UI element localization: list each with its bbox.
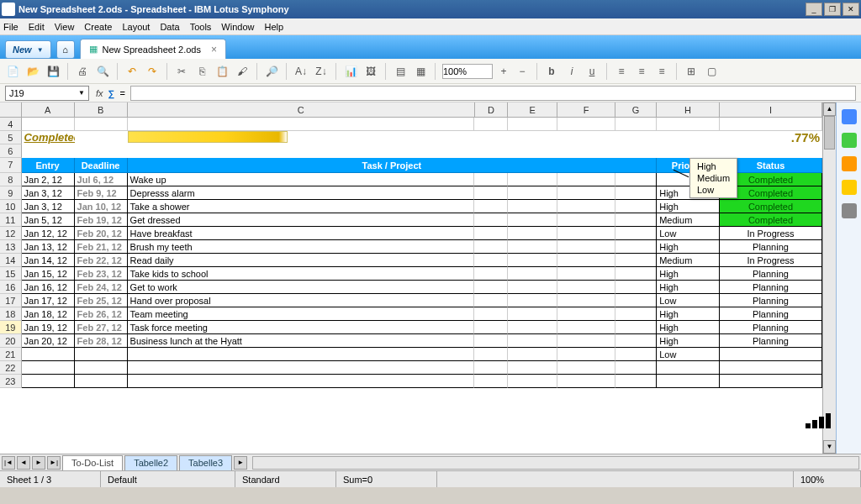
cell-deadline[interactable]: Feb 23, 12 (75, 267, 128, 281)
cell-deadline[interactable] (75, 375, 128, 388)
vertical-scrollbar[interactable]: ▲ ▼ (822, 102, 836, 454)
functions-icon[interactable] (842, 203, 857, 218)
row-header[interactable]: 22 (0, 361, 22, 375)
priority-dropdown[interactable]: HighMediumLow (689, 158, 737, 198)
cell[interactable] (657, 131, 720, 144)
maximize-button[interactable]: ❐ (824, 3, 841, 16)
cell-priority[interactable]: High (657, 200, 720, 213)
cell[interactable] (615, 307, 657, 321)
cell[interactable] (557, 186, 615, 200)
cell[interactable] (474, 334, 507, 348)
row-header[interactable]: 19 (0, 321, 22, 334)
cell[interactable] (508, 213, 557, 227)
cell[interactable] (615, 131, 657, 144)
cell[interactable] (557, 294, 615, 307)
cell[interactable] (657, 144, 720, 158)
cell[interactable] (508, 361, 557, 375)
image-icon[interactable]: 🖼 (363, 64, 378, 79)
row-header[interactable]: 5 (0, 131, 22, 144)
row-header[interactable]: 14 (0, 254, 22, 267)
copy-icon[interactable]: ⎘ (194, 64, 209, 79)
row-header[interactable]: 12 (0, 227, 22, 240)
cell[interactable] (474, 254, 507, 267)
paste-icon[interactable]: 📋 (214, 64, 230, 79)
cell-entry[interactable] (22, 375, 75, 388)
cell[interactable] (615, 118, 657, 131)
cell-task[interactable] (128, 375, 475, 388)
col-header-H[interactable]: H (657, 102, 720, 117)
cell[interactable] (508, 144, 557, 158)
cell[interactable] (557, 267, 615, 281)
dropdown-option[interactable]: Medium (697, 172, 730, 184)
cell[interactable] (128, 118, 475, 131)
cell[interactable] (615, 144, 657, 158)
cell[interactable] (22, 118, 75, 131)
new-button[interactable]: New ▼ (5, 40, 51, 59)
cell-entry[interactable]: Jan 19, 12 (22, 321, 75, 334)
cell-priority[interactable]: Medium (657, 213, 720, 227)
cell-priority[interactable]: Low (657, 348, 720, 361)
tab-last-icon[interactable]: ►| (47, 456, 61, 470)
cell-priority[interactable]: Medium (657, 254, 720, 267)
cell-task[interactable]: Take kids to school (128, 267, 475, 281)
cell-entry[interactable]: Jan 5, 12 (22, 213, 75, 227)
sheet-tab-todo[interactable]: To-Do-List (62, 455, 123, 470)
cell-task[interactable]: Task force meeting (128, 321, 475, 334)
header-row-icon[interactable]: ▤ (393, 64, 408, 79)
cell-task[interactable]: Team meeting (128, 307, 475, 321)
cell-priority[interactable]: High (657, 307, 720, 321)
cell[interactable] (557, 227, 615, 240)
cell-entry[interactable]: Jan 2, 12 (22, 173, 75, 186)
th-task[interactable]: Task / Project (128, 158, 658, 173)
cell[interactable] (557, 200, 615, 213)
cell[interactable] (128, 144, 475, 158)
cell-entry[interactable]: Jan 18, 12 (22, 307, 75, 321)
cell-status[interactable] (720, 375, 822, 388)
cell-deadline[interactable]: Feb 21, 12 (75, 240, 128, 254)
cell-deadline[interactable] (75, 361, 128, 375)
col-header-G[interactable]: G (615, 102, 657, 117)
cell-entry[interactable]: Jan 13, 12 (22, 240, 75, 254)
cell[interactable] (657, 118, 720, 131)
dropdown-option[interactable]: Low (697, 184, 730, 196)
cell[interactable] (615, 334, 657, 348)
tab-scroll-icon[interactable]: ► (234, 456, 247, 470)
equals-icon[interactable]: = (119, 88, 124, 98)
cell[interactable] (474, 281, 507, 294)
undo-icon[interactable]: ↶ (124, 64, 140, 79)
cell-task[interactable]: Brush my teeth (128, 240, 475, 254)
cell[interactable] (557, 240, 615, 254)
scroll-down-icon[interactable]: ▼ (823, 440, 836, 454)
cell[interactable] (508, 240, 557, 254)
sheet-tab-2[interactable]: Tabelle2 (124, 455, 177, 470)
zoom-select[interactable] (442, 64, 493, 79)
cell[interactable] (615, 200, 657, 213)
cell[interactable] (615, 213, 657, 227)
col-header-E[interactable]: E (508, 102, 557, 117)
col-header-D[interactable]: D (475, 102, 508, 117)
cell[interactable] (615, 321, 657, 334)
cell[interactable] (508, 227, 557, 240)
row-header[interactable]: 11 (0, 213, 22, 227)
new-doc-icon[interactable]: 📄 (5, 64, 20, 79)
tab-first-icon[interactable]: |◄ (2, 456, 15, 470)
cell[interactable] (557, 375, 615, 388)
row-header[interactable]: 15 (0, 267, 22, 281)
cell[interactable] (508, 131, 557, 144)
italic-icon[interactable]: i (564, 64, 579, 79)
preview-icon[interactable]: 🔍 (95, 64, 110, 79)
menu-edit[interactable]: Edit (29, 22, 45, 32)
align-left-icon[interactable]: ≡ (614, 64, 629, 79)
cell-priority[interactable]: High (657, 240, 720, 254)
cell[interactable] (615, 361, 657, 375)
menu-tools[interactable]: Tools (190, 22, 212, 32)
cell-status[interactable]: Planning (720, 294, 822, 307)
cell-priority[interactable] (657, 361, 720, 375)
cell-task[interactable] (128, 348, 475, 361)
cell[interactable] (474, 240, 507, 254)
cell[interactable] (508, 321, 557, 334)
dropdown-option[interactable]: High (697, 160, 730, 172)
menu-window[interactable]: Window (221, 22, 254, 32)
cell[interactable] (508, 334, 557, 348)
zoom-in-icon[interactable]: + (496, 64, 511, 79)
